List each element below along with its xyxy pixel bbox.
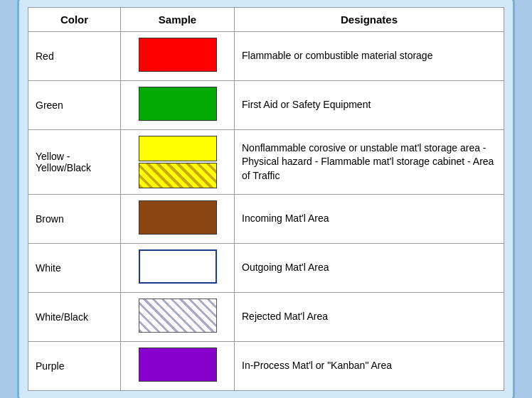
designates-cell: Outgoing Mat'l Area (235, 244, 504, 293)
white-stripe-sample (139, 298, 217, 333)
designates-cell: Incoming Mat'l Area (235, 195, 504, 244)
header-color: Color (28, 8, 121, 32)
sample-cell (121, 32, 235, 81)
sample-cell (121, 293, 235, 342)
green-sample (139, 87, 217, 121)
sample-cell (121, 244, 235, 293)
sample-cell (121, 130, 235, 195)
sample-cell (121, 342, 235, 391)
brown-sample (139, 200, 217, 235)
purple-sample (139, 348, 217, 382)
color-name-cell: White/Black (28, 293, 121, 342)
designates-cell: First Aid or Safety Equipment (235, 81, 504, 130)
color-name-cell: Yellow - Yellow/Black (28, 130, 121, 195)
table-row: GreenFirst Aid or Safety Equipment (28, 81, 504, 130)
table-row: RedFlammable or combustible material sto… (28, 32, 504, 81)
header-sample: Sample (121, 8, 235, 32)
color-table: Color Sample Designates RedFlammable or … (28, 7, 504, 391)
table-row: BrownIncoming Mat'l Area (28, 195, 504, 244)
red-sample (139, 38, 217, 72)
color-name-cell: Brown (28, 195, 121, 244)
table-row: WhiteOutgoing Mat'l Area (28, 244, 504, 293)
color-name-cell: Purple (28, 342, 121, 391)
table-row: Yellow - Yellow/BlackNonflammable corosi… (28, 130, 504, 195)
color-name-cell: Green (28, 81, 121, 130)
yellow-stripe-sample (139, 163, 217, 188)
color-name-cell: White (28, 244, 121, 293)
header-designates: Designates (235, 8, 504, 32)
sample-cell (121, 195, 235, 244)
designates-cell: Nonflammable corosive or unstable mat'l … (235, 130, 504, 195)
white-outlined-sample (139, 249, 217, 284)
table-row: White/BlackRejected Mat'l Area (28, 293, 504, 342)
yellow-solid-sample (139, 136, 217, 161)
sample-cell (121, 81, 235, 130)
designates-cell: Rejected Mat'l Area (235, 293, 504, 342)
color-name-cell: Red (28, 32, 121, 81)
main-card: Color Sample Designates RedFlammable or … (17, 0, 515, 398)
table-row: PurpleIn-Process Mat'l or "Kanban" Area (28, 342, 504, 391)
designates-cell: Flammable or combustible material storag… (235, 32, 504, 81)
designates-cell: In-Process Mat'l or "Kanban" Area (235, 342, 504, 391)
